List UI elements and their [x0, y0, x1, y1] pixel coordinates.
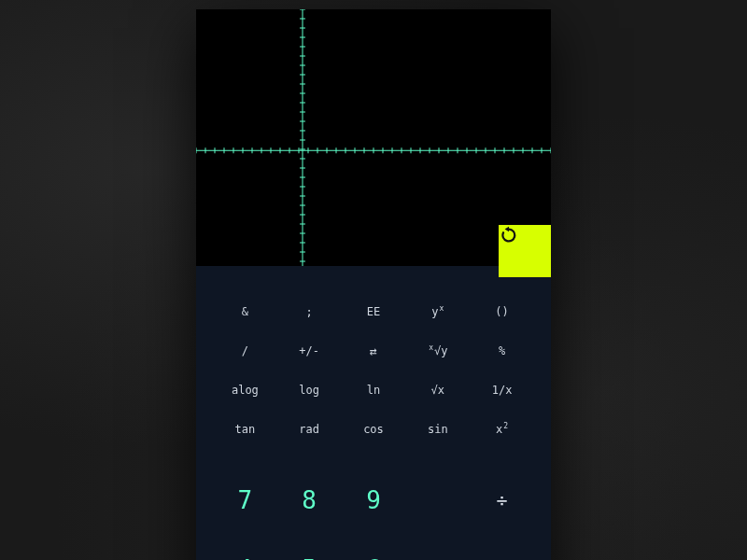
- spacer: [405, 535, 470, 560]
- fn-row: &;EEyx(): [213, 292, 534, 331]
- fn-key-plusminus[interactable]: +/-: [277, 331, 342, 371]
- fn-key-sqrt[interactable]: √x: [405, 371, 470, 410]
- number-rows: 789÷456×: [213, 466, 534, 560]
- fn-row: /+/-⇄x√y%: [213, 331, 534, 371]
- keypad: &;EEyx()/+/-⇄x√y%aloglogln√x1/xtanradcos…: [196, 266, 551, 560]
- key-label: ln: [367, 384, 380, 397]
- key-label: (): [495, 305, 508, 318]
- key-label: 8: [302, 486, 317, 514]
- function-rows: &;EEyx()/+/-⇄x√y%aloglogln√x1/xtanradcos…: [213, 292, 534, 449]
- fn-key-ln[interactable]: ln: [342, 371, 406, 410]
- fn-key-cos[interactable]: cos: [342, 410, 406, 449]
- digit-key-8[interactable]: 8: [277, 466, 342, 535]
- fn-key-slash[interactable]: /: [213, 331, 277, 371]
- key-label: ÷: [497, 489, 508, 511]
- digit-key-4[interactable]: 4: [213, 535, 277, 560]
- undo-icon: [499, 225, 519, 245]
- key-label: alog: [232, 384, 259, 397]
- fn-row: aloglogln√x1/x: [213, 371, 534, 410]
- key-label: 9: [366, 486, 381, 514]
- graph-area[interactable]: [196, 9, 551, 266]
- spacer: [405, 466, 470, 535]
- graph-axes: [196, 9, 551, 266]
- fn-key-semicolon[interactable]: ;: [277, 292, 342, 331]
- digit-key-7[interactable]: 7: [213, 466, 277, 535]
- calculator-panel: &;EEyx()/+/-⇄x√y%aloglogln√x1/xtanradcos…: [196, 9, 551, 560]
- key-label: 5: [302, 555, 317, 560]
- fn-key-recip[interactable]: 1/x: [470, 371, 534, 410]
- fn-key-tan[interactable]: tan: [213, 410, 277, 449]
- key-label: +/-: [299, 344, 319, 357]
- key-label: EE: [367, 305, 380, 318]
- fn-key-swap[interactable]: ⇄: [342, 331, 406, 371]
- num-row: 456×: [213, 535, 534, 560]
- num-row: 789÷: [213, 466, 534, 535]
- key-label: cos: [363, 423, 384, 436]
- key-label: /: [242, 344, 248, 357]
- superscript: 2: [503, 422, 508, 430]
- key-label: &: [242, 305, 248, 318]
- digit-key-6[interactable]: 6: [342, 535, 406, 560]
- key-label: %: [499, 344, 505, 357]
- key-label: 1/x: [492, 384, 513, 397]
- key-label: sin: [428, 423, 448, 436]
- fn-key-rad[interactable]: rad: [277, 410, 342, 449]
- reset-button[interactable]: [499, 225, 551, 277]
- superscript: x: [439, 304, 444, 313]
- key-label: ;: [306, 305, 313, 318]
- key-label: √x: [431, 384, 444, 397]
- key-label: log: [299, 384, 319, 397]
- fn-row: tanradcossinx2: [213, 410, 534, 449]
- key-label: rad: [299, 423, 319, 436]
- op-key-div[interactable]: ÷: [470, 466, 534, 535]
- key-label: 7: [238, 486, 253, 514]
- key-label: √y: [434, 344, 447, 357]
- key-label: tan: [235, 423, 256, 436]
- fn-key-paren[interactable]: (): [470, 292, 534, 331]
- key-label: ⇄: [370, 344, 377, 358]
- fn-key-sin[interactable]: sin: [405, 410, 470, 449]
- fn-key-xsq[interactable]: x2: [470, 410, 534, 449]
- key-label: 6: [366, 555, 381, 560]
- fn-key-ypowx[interactable]: yx: [405, 292, 470, 331]
- fn-key-alog[interactable]: alog: [213, 371, 277, 410]
- key-label: 4: [238, 555, 253, 560]
- digit-key-9[interactable]: 9: [342, 466, 406, 535]
- fn-key-percent[interactable]: %: [470, 331, 534, 371]
- superscript: x: [429, 343, 433, 352]
- fn-key-ee[interactable]: EE: [342, 292, 406, 331]
- digit-key-5[interactable]: 5: [277, 535, 342, 560]
- fn-key-xrooty[interactable]: x√y: [405, 331, 470, 371]
- key-label: y: [431, 305, 438, 318]
- key-label: x: [496, 423, 502, 436]
- op-key-mul[interactable]: ×: [470, 535, 534, 560]
- fn-key-log[interactable]: log: [277, 371, 342, 410]
- fn-key-amp[interactable]: &: [213, 292, 277, 331]
